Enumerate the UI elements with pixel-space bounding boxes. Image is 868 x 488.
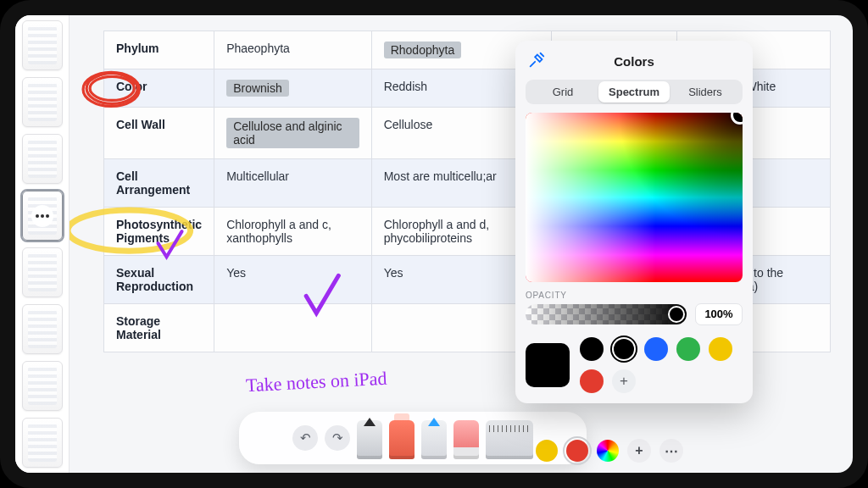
table-cell: Yes xyxy=(214,256,372,304)
add-tool-button[interactable]: + xyxy=(627,439,651,463)
color-swatch[interactable] xyxy=(580,337,604,361)
color-mode-segmented-control[interactable]: GridSpectrumSliders xyxy=(526,80,743,104)
table-row-header: Photosynthetic Pigments xyxy=(104,208,214,256)
color-wheel-button[interactable] xyxy=(597,440,619,462)
table-cell xyxy=(214,304,372,352)
ipad-device-frame: PhylumPhaeophytaRhodophytaChlorophytaOom… xyxy=(0,0,868,488)
opacity-value-field[interactable]: 100% xyxy=(695,303,743,325)
app-viewport: PhylumPhaeophytaRhodophytaChlorophytaOom… xyxy=(15,15,853,473)
table-row-header: Color xyxy=(104,69,214,108)
eraser-tool[interactable] xyxy=(453,420,479,459)
quick-color-row[interactable]: + ⋯ xyxy=(536,439,683,463)
spectrum-canvas[interactable] xyxy=(526,113,743,282)
table-cell: Chlorophyll a and c, xanthophylls xyxy=(214,208,372,256)
page-thumbnail[interactable] xyxy=(22,134,63,184)
color-swatch[interactable] xyxy=(580,369,604,393)
table-cell: Multicellular xyxy=(214,159,372,208)
page-thumbnail[interactable] xyxy=(22,361,63,411)
opacity-slider[interactable] xyxy=(526,304,687,324)
table-row-header: Cell Wall xyxy=(104,108,214,159)
page-thumbnail[interactable] xyxy=(22,247,63,297)
color-swatch[interactable] xyxy=(644,337,668,361)
pen-tool[interactable] xyxy=(357,420,382,459)
segment-spectrum[interactable]: Spectrum xyxy=(598,81,670,103)
table-row-header: Phylum xyxy=(104,31,214,69)
table-cell: Brownish xyxy=(214,69,372,108)
segment-grid[interactable]: Grid xyxy=(527,81,598,103)
pencil-tool[interactable] xyxy=(421,420,447,459)
add-swatch-button[interactable]: + xyxy=(612,369,636,393)
opacity-label: OPACITY xyxy=(526,291,743,300)
quick-swatch-yellow[interactable] xyxy=(536,440,558,462)
redo-button[interactable]: ↷ xyxy=(325,425,350,451)
table-row-header: Cell Arrangement xyxy=(104,159,214,208)
color-swatch[interactable] xyxy=(612,337,636,361)
page-thumbnail[interactable] xyxy=(22,418,63,468)
segment-sliders[interactable]: Sliders xyxy=(670,81,741,103)
quick-swatch-red[interactable] xyxy=(566,440,588,462)
table-row-header: Storage Material xyxy=(104,304,214,352)
highlighter-tool[interactable] xyxy=(389,420,415,459)
ruler-tool[interactable] xyxy=(486,420,533,459)
handwritten-note: Take notes on iPad xyxy=(245,368,387,397)
color-swatch[interactable] xyxy=(709,337,732,361)
saved-swatches-grid[interactable]: + xyxy=(580,337,732,393)
undo-button[interactable]: ↶ xyxy=(292,425,318,451)
table-row-header: Sexual Reproduction xyxy=(104,256,214,304)
page-thumbnail[interactable] xyxy=(22,191,63,241)
page-thumbnail[interactable] xyxy=(22,77,63,127)
page-thumbnail[interactable] xyxy=(22,20,63,70)
eyedropper-icon[interactable] xyxy=(527,51,546,69)
more-button[interactable]: ⋯ xyxy=(659,439,683,463)
opacity-slider-knob[interactable] xyxy=(668,306,685,323)
color-swatch[interactable] xyxy=(676,337,700,361)
page-thumbnail-sidebar[interactable] xyxy=(15,15,70,473)
current-color-swatch xyxy=(526,343,570,387)
color-picker-popover[interactable]: Colors GridSpectrumSliders OPACITY 100% xyxy=(515,41,753,403)
page-thumbnail[interactable] xyxy=(22,304,63,354)
popover-title: Colors xyxy=(614,54,654,69)
document-page[interactable]: PhylumPhaeophytaRhodophytaChlorophytaOom… xyxy=(70,15,853,473)
drawing-tool-tray[interactable]: ↶ ↷ xyxy=(239,412,587,464)
table-cell: Cellulose and alginic acid xyxy=(214,108,372,159)
table-cell: Phaeophyta xyxy=(214,31,372,69)
